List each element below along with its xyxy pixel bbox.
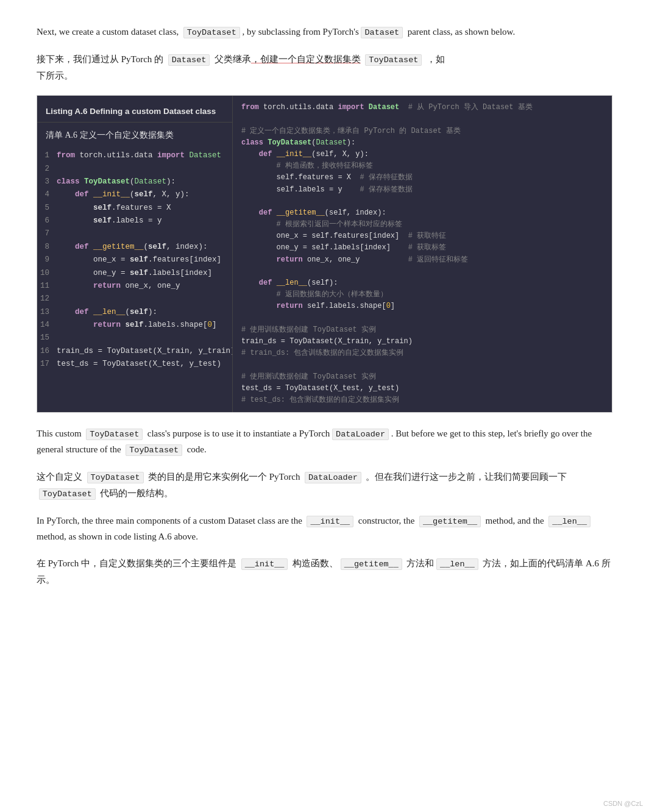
code-toydataset-3en: ToyDataset: [126, 444, 182, 456]
right-line-19: [241, 313, 603, 324]
right-line-7: self.features = X # 保存特征数据: [241, 172, 603, 183]
right-line-3: # 定义一个自定义数据集类，继承自 PyTorch 的 Dataset 基类: [241, 126, 603, 137]
code-line-9: 9 one_x = self.features[index]: [37, 254, 232, 266]
code-toydataset-zh3: ToyDataset: [39, 488, 96, 500]
code-left-block: 1 from torch.utils.data import Dataset 2…: [37, 147, 232, 373]
code-line-12: 12: [37, 293, 232, 305]
code-line-3: 3 class ToyDataset(Dataset):: [37, 176, 232, 188]
code-line-8: 8 def __getitem__(self, index):: [37, 241, 232, 254]
listing-header-zh: 清单 A.6 定义一个自定义数据集类: [37, 126, 232, 147]
para-2-zh: 这个自定义 ToyDataset 类的目的是用它来实例化一个 PyTorch D…: [37, 469, 612, 502]
para-1-en: Next, we create a custom dataset class, …: [37, 24, 612, 40]
right-line-20: # 使用训练数据创建 ToyDataset 实例: [241, 324, 603, 336]
code-dataset-1: Dataset: [361, 27, 403, 38]
right-line-22: # train_ds: 包含训练数据的自定义数据集实例: [241, 347, 603, 359]
code-getitem-1: __getitem__: [419, 516, 481, 527]
para-2-en: This custom ToyDataset class's purpose i…: [37, 426, 612, 458]
right-line-1: from torch.utils.data import Dataset # 从…: [241, 102, 603, 113]
right-line-13: one_y = self.labels[index] # 获取标签: [241, 242, 603, 254]
para-1-zh: 接下来，我们通过从 PyTorch 的 Dataset 父类继承，创建一个自定义…: [37, 51, 612, 84]
right-line-8: self.labels = y # 保存标签数据: [241, 184, 603, 196]
right-line-25: test_ds = ToyDataset(X_test, y_test): [241, 383, 603, 394]
watermark: CSDN @CzL: [603, 800, 643, 807]
code-toydataset-2en: ToyDataset: [86, 429, 143, 440]
code-line-13: 13 def __len__(self):: [37, 306, 232, 319]
right-line-14: return one_x, one_y # 返回特征和标签: [241, 254, 603, 266]
right-line-16: def __len__(self):: [241, 277, 603, 289]
listing-right: from torch.utils.data import Dataset # 从…: [232, 96, 612, 412]
code-toydataset-zh: ToyDataset: [365, 54, 422, 66]
right-line-24: # 使用测试数据创建 ToyDataset 实例: [241, 371, 603, 383]
code-line-10: 10 one_y = self.labels[index]: [37, 267, 232, 280]
right-line-18: return self.labels.shape[0]: [241, 301, 603, 312]
code-toydataset-zh2: ToyDataset: [87, 472, 144, 483]
code-line-14: 14 return self.labels.shape[0]: [37, 319, 232, 332]
code-line-1: 1 from torch.utils.data import Dataset: [37, 149, 232, 162]
code-line-15: 15: [37, 332, 232, 344]
para-3-en: In PyTorch, the three main components of…: [37, 513, 612, 544]
right-line-17: # 返回数据集的大小（样本数量）: [241, 289, 603, 301]
code-getitem-zh: __getitem__: [341, 558, 402, 570]
right-line-12: one_x = self.features[index] # 获取特征: [241, 230, 603, 242]
code-line-16: 16 train_ds = ToyDataset(X_train, y_trai…: [37, 345, 232, 358]
right-line-21: train_ds = ToyDataset(X_train, y_train): [241, 336, 603, 347]
right-line-10: def __getitem__(self, index):: [241, 207, 603, 219]
code-line-2: 2: [37, 163, 232, 176]
code-len-zh: __len__: [436, 558, 478, 570]
code-line-11: 11 return one_x, one_y: [37, 280, 232, 293]
code-toydataset-1: ToyDataset: [183, 27, 240, 38]
listing-left: Listing A.6 Defining a custom Dataset cl…: [37, 96, 232, 412]
code-len-1: __len__: [548, 516, 590, 527]
right-line-5: def __init__(self, X, y):: [241, 149, 603, 160]
right-line-4: class ToyDataset(Dataset):: [241, 137, 603, 149]
code-dataloader-zh: DataLoader: [305, 472, 361, 483]
right-line-23: [241, 359, 603, 371]
code-line-5: 5 self.features = X: [37, 202, 232, 215]
right-line-9: [241, 196, 603, 207]
para-3-zh: 在 PyTorch 中，自定义数据集类的三个主要组件是 __init__ 构造函…: [37, 555, 612, 588]
listing-header-en: Listing A.6 Defining a custom Dataset cl…: [37, 102, 232, 123]
code-dataset-zh: Dataset: [168, 54, 210, 66]
code-init-zh: __init__: [241, 558, 288, 570]
code-init-1: __init__: [307, 516, 353, 527]
code-line-6: 6 self.labels = y: [37, 215, 232, 227]
right-line-15: [241, 266, 603, 277]
right-line-2: [241, 113, 603, 125]
right-line-26: # test_ds: 包含测试数据的自定义数据集实例: [241, 394, 603, 406]
right-line-6: # 构造函数，接收特征和标签: [241, 160, 603, 172]
code-line-17: 17 test_ds = ToyDataset(X_test, y_test): [37, 358, 232, 371]
right-line-11: # 根据索引返回一个样本和对应的标签: [241, 219, 603, 230]
code-line-7: 7: [37, 227, 232, 240]
listing-container: Listing A.6 Defining a custom Dataset cl…: [37, 95, 612, 413]
code-dataloader-1: DataLoader: [332, 429, 389, 440]
code-line-4: 4 def __init__(self, X, y):: [37, 188, 232, 201]
